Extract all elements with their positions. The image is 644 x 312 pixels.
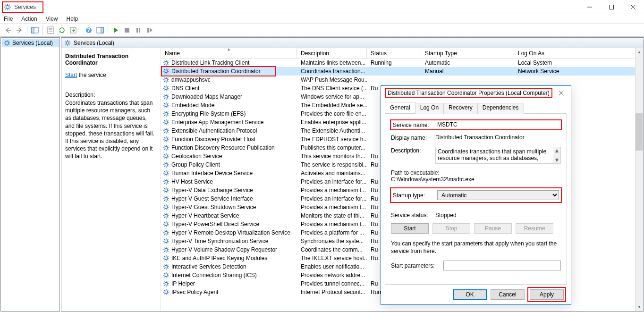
- window-title: Services: [14, 4, 36, 10]
- service-name: Extensible Authentication Protocol: [171, 127, 257, 134]
- ok-button[interactable]: OK: [453, 289, 487, 300]
- forward-button[interactable]: [14, 25, 25, 35]
- start-params-note: You can specify the start parameters tha…: [391, 240, 561, 255]
- menu-view[interactable]: View: [46, 16, 58, 22]
- minimize-button[interactable]: [579, 0, 601, 14]
- svg-rect-17: [48, 27, 53, 34]
- tree-root-item[interactable]: Services (Local): [2, 39, 59, 47]
- gear-icon: [163, 246, 169, 253]
- service-name: IKE and AuthIP IPsec Keying Modules: [171, 255, 267, 261]
- help-button[interactable]: ?: [84, 25, 94, 35]
- service-name: Geolocation Service: [171, 153, 222, 160]
- startup-type-select[interactable]: Automatic: [437, 190, 559, 200]
- gear-icon: [163, 85, 169, 92]
- service-desc: Provides tunnel connec...: [297, 280, 367, 287]
- tab-recovery[interactable]: Recovery: [443, 103, 478, 114]
- gear-icon: [163, 59, 169, 66]
- service-desc: This service monitors th...: [297, 153, 367, 160]
- service-name: Distributed Link Tracking Client: [171, 59, 249, 66]
- gear-icon: [163, 119, 169, 126]
- service-desc: Provides an interface for...: [297, 178, 367, 185]
- gear-icon: [163, 127, 169, 134]
- service-row[interactable]: dmwappushsvcWAP Push Message Rou...: [161, 76, 643, 84]
- resume-button: Resume: [516, 223, 553, 234]
- stop-service-button[interactable]: [122, 25, 132, 35]
- gear-icon: [163, 263, 169, 270]
- gear-icon: [163, 110, 169, 117]
- gear-icon: [163, 153, 169, 160]
- desc-scrollbar[interactable]: ▲▼: [553, 147, 560, 163]
- service-status-value: Stopped: [435, 212, 457, 219]
- gear-icon: [163, 93, 169, 100]
- app-icon: [4, 3, 11, 11]
- service-desc: Provides network addre...: [297, 272, 367, 278]
- stop-button: Stop: [432, 223, 470, 234]
- service-status: Running: [367, 59, 421, 66]
- service-name: Enterprise App Management Service: [171, 119, 263, 126]
- gear-icon: [163, 238, 169, 245]
- service-name: Group Policy Client: [171, 161, 220, 168]
- pause-button: Pause: [474, 223, 512, 234]
- service-name: IP Helper: [171, 280, 195, 287]
- maximize-button[interactable]: [601, 0, 622, 14]
- content-header: Services (Local): [61, 38, 643, 48]
- dialog-close-button[interactable]: [552, 86, 571, 100]
- service-name: Internet Connection Sharing (ICS): [171, 272, 257, 278]
- col-logon[interactable]: Log On As: [514, 48, 632, 58]
- sort-indicator-icon: ▲: [227, 48, 231, 51]
- service-name: Hyper-V Heartbeat Service: [171, 212, 239, 219]
- properties-button[interactable]: [45, 25, 56, 35]
- start-button[interactable]: Start: [391, 223, 429, 234]
- menu-file[interactable]: File: [4, 16, 13, 22]
- restart-service-button[interactable]: [144, 25, 155, 35]
- menu-help[interactable]: Help: [67, 16, 78, 22]
- service-logon: Local System: [514, 59, 632, 66]
- display-name-label: Display name:: [391, 134, 435, 141]
- service-desc: Publishes this computer...: [297, 144, 367, 151]
- back-button[interactable]: [3, 25, 13, 35]
- close-button[interactable]: [622, 0, 644, 14]
- tab-dependencies[interactable]: Dependencies: [477, 103, 524, 114]
- gear-icon: [163, 195, 169, 202]
- selected-service-title: Distributed Transaction Coordinator: [65, 53, 157, 66]
- cancel-button[interactable]: Cancel: [491, 289, 525, 300]
- service-desc: Coordinates transaction...: [297, 68, 367, 75]
- apply-button[interactable]: Apply: [530, 289, 564, 300]
- gear-icon: [163, 102, 169, 109]
- col-name[interactable]: Name▲: [161, 48, 297, 58]
- start-params-input[interactable]: [443, 261, 561, 270]
- pause-service-button[interactable]: [133, 25, 144, 35]
- scroll-down-icon[interactable]: ▼: [636, 303, 643, 311]
- tab-logon[interactable]: Log On: [415, 103, 444, 114]
- gear-icon: [163, 68, 169, 75]
- svg-rect-10: [610, 5, 614, 9]
- start-link[interactable]: Start: [65, 72, 77, 78]
- gear-icon: [163, 76, 169, 83]
- gear-icon: [163, 280, 169, 287]
- service-row[interactable]: Distributed Link Tracking ClientMaintain…: [161, 59, 643, 67]
- description-text: Coordinates transactions that span multi…: [65, 99, 157, 160]
- gear-icon: [163, 255, 169, 261]
- service-name: Hyper-V Guest Shutdown Service: [171, 204, 256, 211]
- scroll-up-icon[interactable]: ▲: [636, 48, 643, 56]
- gear-icon: [163, 178, 169, 185]
- action-pane-button[interactable]: [95, 25, 105, 35]
- tree-root-label: Services (Local): [12, 40, 53, 46]
- service-row[interactable]: Distributed Transaction CoordinatorCoord…: [161, 67, 643, 76]
- export-button[interactable]: [68, 25, 78, 35]
- start-service-button[interactable]: [110, 25, 121, 35]
- vertical-scrollbar[interactable]: ▲ ▼: [635, 48, 643, 311]
- col-startup[interactable]: Startup Type: [421, 48, 514, 58]
- col-description[interactable]: Description: [297, 48, 367, 58]
- service-name: Interactive Services Detection: [171, 263, 246, 270]
- menu-action[interactable]: Action: [21, 16, 37, 22]
- scroll-thumb[interactable]: [636, 113, 643, 151]
- tab-general[interactable]: General: [385, 102, 415, 113]
- description-box: Coordinates transactions that span multi…: [435, 147, 561, 164]
- col-status[interactable]: Status: [367, 48, 421, 58]
- refresh-button[interactable]: [57, 25, 67, 35]
- path-label: Path to executable:: [391, 169, 561, 176]
- gear-icon: [163, 144, 169, 151]
- gear-icon: [163, 204, 169, 211]
- show-hide-tree-button[interactable]: [30, 25, 40, 35]
